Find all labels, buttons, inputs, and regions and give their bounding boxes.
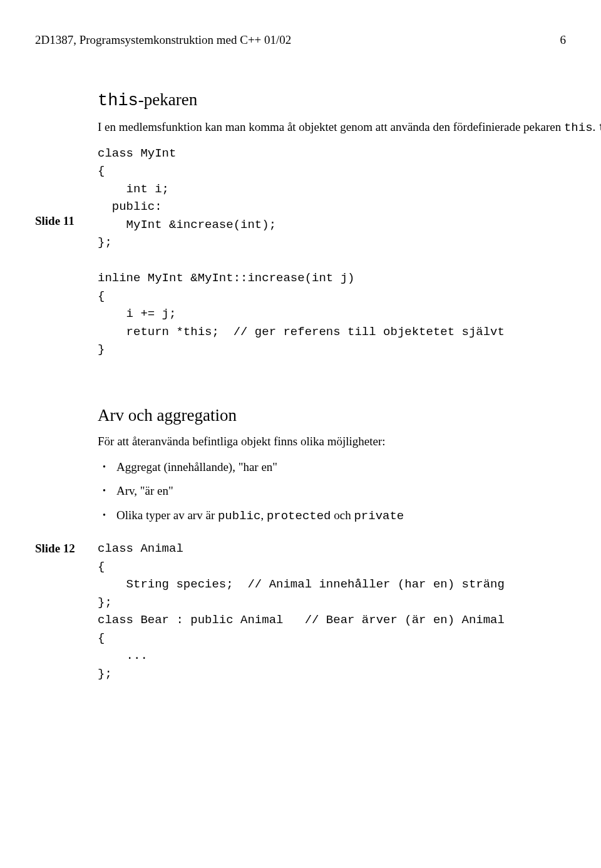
slide-12-label: Slide 12 bbox=[35, 540, 98, 558]
slide-11-paragraph: I en medlemsfunktion kan man komma åt ob… bbox=[98, 118, 601, 137]
bullet-aggregat: Aggregat (innehållande), "har en" bbox=[116, 458, 566, 477]
bullet-arv: Arv, "är en" bbox=[116, 482, 566, 500]
slide-12-body: class Animal { String species; // Animal… bbox=[98, 540, 566, 683]
header-left: 2D1387, Programsystemkonstruktion med C+… bbox=[35, 31, 291, 49]
bullet-types: Olika typer av arv är public, protected … bbox=[116, 507, 566, 525]
slide-11-title: this-pekaren bbox=[98, 87, 601, 114]
page-number: 6 bbox=[560, 31, 567, 49]
page-header: 2D1387, Programsystemkonstruktion med C+… bbox=[35, 31, 566, 49]
slide-11-code: class MyInt { int i; public: MyInt &incr… bbox=[98, 145, 601, 359]
slide-12-title: Arv och aggregation bbox=[98, 403, 566, 428]
slide-11-body: this-pekaren I en medlemsfunktion kan ma… bbox=[98, 87, 601, 359]
slide-12-intro: För att återanvända befintliga objekt fi… bbox=[98, 433, 566, 451]
slide-11: Slide 11 this-pekaren I en medlemsfunkti… bbox=[35, 87, 566, 359]
slide-12-code: class Animal { String species; // Animal… bbox=[98, 540, 566, 683]
slide-12-upper: Arv och aggregation För att återanvända … bbox=[35, 403, 566, 525]
slide-12-bullets: Aggregat (innehållande), "har en" Arv, "… bbox=[98, 458, 566, 525]
title-this: this bbox=[98, 91, 138, 110]
slide-11-label: Slide 11 bbox=[35, 87, 98, 230]
slide-12: Slide 12 class Animal { String species; … bbox=[35, 540, 566, 683]
title-pekaren: -pekaren bbox=[138, 90, 197, 109]
